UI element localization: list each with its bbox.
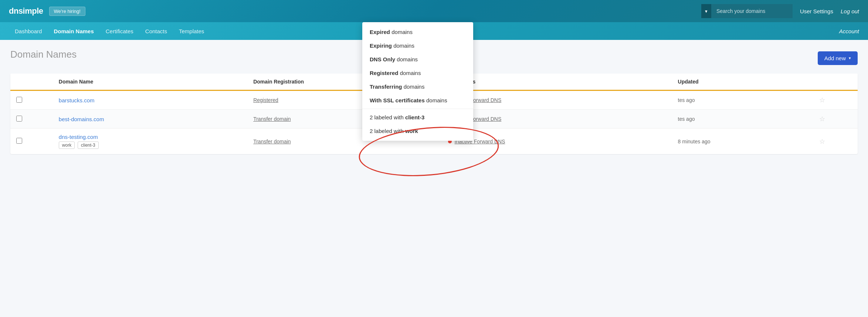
nav-certificates[interactable]: Certificates: [100, 22, 139, 40]
account-link[interactable]: Account: [839, 28, 859, 34]
dropdown-client3[interactable]: 2 labeled with client-3: [362, 110, 473, 124]
dropdown-dns-only[interactable]: DNS Only domains: [362, 52, 473, 66]
dropdown-label-value: client-3: [405, 114, 425, 120]
domain-link[interactable]: best-domains.com: [59, 116, 104, 122]
star-icon[interactable]: ☆: [819, 115, 825, 123]
row-checkbox[interactable]: [16, 138, 22, 144]
registration-link[interactable]: Registered: [253, 97, 278, 103]
row-domain-cell: best-domains.com: [53, 110, 247, 129]
hiring-badge[interactable]: We're hiring!: [49, 7, 85, 16]
registration-link[interactable]: Transfer domain: [253, 139, 291, 144]
dropdown-divider: [362, 109, 473, 109]
th-domain-name: Domain Name: [53, 74, 247, 91]
dropdown-ssl[interactable]: With SSL certificates domains: [362, 93, 473, 107]
dropdown-item-label-suffix: domains: [426, 97, 447, 103]
row-dns-cell: Inactive Forward DNS: [442, 129, 672, 154]
search-container: ▾: [701, 4, 793, 18]
dropdown-registered[interactable]: Registered domains: [362, 66, 473, 80]
dropdown-transferring[interactable]: Transferring domains: [362, 80, 473, 93]
star-icon[interactable]: ☆: [819, 138, 825, 145]
dropdown-item-label-bold: Registered: [370, 70, 399, 76]
dropdown-work[interactable]: 2 labeled with work: [362, 124, 473, 138]
page-title: Domain Names: [10, 49, 77, 60]
updated-time: tes ago: [678, 97, 695, 103]
dropdown-menu: Expired domains Expiring domains DNS Onl…: [362, 22, 473, 141]
dropdown-item-label-suffix: domains: [391, 29, 413, 35]
nav-templates[interactable]: Templates: [173, 22, 210, 40]
row-checkbox-cell: [10, 110, 53, 129]
header-right: ▾ User Settings Log out: [701, 4, 859, 18]
registration-link[interactable]: Transfer domain: [253, 116, 291, 122]
dropdown-item-label-bold: DNS Only: [370, 56, 395, 62]
logout-link[interactable]: Log out: [841, 8, 859, 14]
dropdown-label-value: work: [405, 128, 418, 134]
nav-domain-names[interactable]: Domain Names: [48, 22, 99, 40]
dropdown-item-label-suffix: domains: [404, 83, 425, 90]
row-checkbox-cell: [10, 129, 53, 154]
row-updated-cell: 8 minutes ago: [672, 129, 814, 154]
tag-client3: client-3: [78, 142, 99, 149]
add-new-label: Add new: [824, 55, 846, 61]
row-domain-cell: dns-testing.com work client-3: [53, 129, 247, 154]
dropdown-item-label-bold: Transferring: [370, 83, 402, 90]
th-updated: Updated: [672, 74, 814, 91]
row-dns-cell: Active Forward DNS: [442, 110, 672, 129]
domain-link[interactable]: barstucks.com: [59, 97, 95, 103]
row-checkbox-cell: [10, 91, 53, 110]
row-updated-cell: tes ago: [672, 91, 814, 110]
dropdown-item-label-bold: Expired: [370, 29, 390, 35]
star-icon[interactable]: ☆: [819, 96, 825, 104]
dropdown-item-label-bold: Expiring: [370, 42, 392, 49]
dropdown-item-label-bold: With SSL certificates: [370, 97, 425, 103]
row-star-cell: ☆: [813, 91, 858, 110]
row-dns-cell: Active Forward DNS: [442, 91, 672, 110]
header-left: dnsimple We're hiring!: [9, 6, 85, 16]
row-star-cell: ☆: [813, 129, 858, 154]
th-dns-zones: DNS Zones: [442, 74, 672, 91]
dropdown-arrow-icon: ▾: [705, 8, 708, 14]
header: dnsimple We're hiring! ▾ User Settings L…: [0, 0, 868, 22]
search-input[interactable]: [711, 4, 793, 18]
tag-work: work: [59, 142, 75, 149]
row-star-cell: ☆: [813, 110, 858, 129]
dropdown-label-prefix: 2 labeled with: [370, 128, 405, 134]
dropdown-item-label-suffix: domains: [393, 42, 414, 49]
nav-dashboard[interactable]: Dashboard: [9, 22, 48, 40]
th-star: [813, 74, 858, 91]
search-dropdown-button[interactable]: ▾: [701, 4, 711, 18]
nav-contacts[interactable]: Contacts: [139, 22, 173, 40]
nav-links: Dashboard Domain Names Certificates Cont…: [9, 22, 210, 40]
add-new-arrow-icon: ▾: [849, 56, 851, 61]
dropdown-item-label-suffix: domains: [397, 56, 418, 62]
logo: dnsimple: [9, 6, 43, 16]
domain-link[interactable]: dns-testing.com: [59, 134, 98, 140]
add-new-button[interactable]: Add new ▾: [818, 51, 858, 65]
dropdown-expired[interactable]: Expired domains: [362, 25, 473, 39]
row-checkbox[interactable]: [16, 116, 22, 122]
dropdown-label-prefix: 2 labeled with: [370, 114, 405, 120]
dropdown-expiring[interactable]: Expiring domains: [362, 39, 473, 52]
row-updated-cell: tes ago: [672, 110, 814, 129]
dropdown-item-label-suffix: domains: [400, 70, 421, 76]
th-checkbox: [10, 74, 53, 91]
updated-time: tes ago: [678, 116, 695, 122]
row-domain-cell: barstucks.com: [53, 91, 247, 110]
user-settings-link[interactable]: User Settings: [800, 8, 833, 14]
updated-time: 8 minutes ago: [678, 139, 711, 144]
row-checkbox[interactable]: [16, 97, 22, 103]
